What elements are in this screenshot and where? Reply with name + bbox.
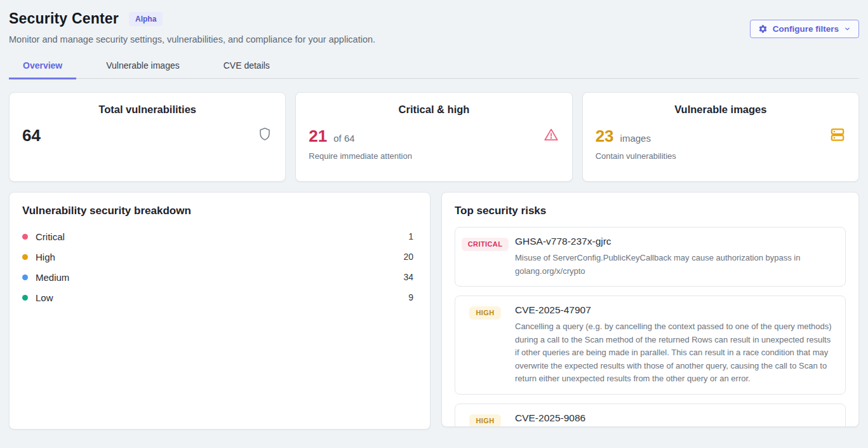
gear-icon: [758, 24, 768, 34]
stat-value: 64: [22, 126, 41, 145]
severity-badge: CRITICAL: [462, 238, 509, 251]
breakdown-value: 20: [403, 252, 417, 262]
tab-bar: Overview Vulnerable images CVE details: [9, 55, 859, 79]
risk-item-cve-2025-47907[interactable]: HIGH CVE-2025-47907 Cancelling a query (…: [455, 295, 846, 395]
panel-title: Top security risks: [455, 205, 846, 217]
stat-card-critical-high: Critical & high 21 of 64 Require immedia…: [295, 92, 572, 182]
breakdown-row-critical: Critical 1: [22, 226, 417, 247]
top-security-risks-panel: Top security risks CRITICAL GHSA-v778-23…: [441, 192, 859, 427]
alpha-badge: Alpha: [129, 12, 163, 26]
shield-icon: [257, 126, 272, 144]
security-center-page: Security Center Alpha Configure filters …: [0, 0, 868, 430]
risk-item-cve-2025-9086[interactable]: HIGH CVE-2025-9086: [455, 404, 846, 427]
risk-id: GHSA-v778-237x-gjrc: [515, 236, 836, 247]
breakdown-label: High: [36, 252, 55, 262]
breakdown-row-high: High 20: [22, 247, 417, 267]
breakdown-value: 34: [403, 272, 417, 282]
page-subtitle: Monitor and manage security settings, vu…: [9, 34, 859, 44]
risk-id: CVE-2025-47907: [515, 304, 836, 316]
stat-caption: Contain vulnerabilities: [596, 151, 846, 161]
severity-badge: HIGH: [469, 306, 500, 320]
stat-value: 21: [309, 127, 327, 146]
stat-title: Total vulnerabilities: [22, 104, 272, 116]
page-title: Security Center: [9, 10, 119, 27]
stat-title: Critical & high: [309, 104, 559, 116]
stat-card-vulnerable-images: Vulnerable images 23 images Contain vuln…: [582, 92, 859, 182]
high-dot-icon: [22, 254, 28, 260]
breakdown-value: 1: [408, 231, 417, 241]
breakdown-label: Critical: [36, 231, 65, 242]
breakdown-label: Medium: [36, 272, 69, 283]
severity-badge: HIGH: [469, 414, 500, 427]
tab-cve-details[interactable]: CVE details: [210, 55, 284, 79]
tab-overview[interactable]: Overview: [9, 55, 76, 79]
stats-row: Total vulnerabilities 64 Critical & high…: [9, 92, 859, 182]
page-header: Security Center Alpha Configure filters …: [9, 10, 859, 44]
stat-title: Vulnerable images: [596, 104, 846, 116]
tab-vulnerable-images[interactable]: Vulnerable images: [92, 55, 193, 79]
configure-filters-button[interactable]: Configure filters: [750, 20, 859, 38]
chevron-down-icon: [844, 25, 851, 32]
risk-description: Misuse of ServerConfig.PublicKeyCallback…: [515, 252, 836, 278]
low-dot-icon: [22, 295, 28, 301]
panel-title: Vulnerability security breakdown: [22, 205, 417, 217]
stat-caption: Require immediate attention: [309, 151, 559, 161]
critical-dot-icon: [22, 234, 28, 240]
stat-suffix: of 64: [333, 133, 354, 144]
risk-item-ghsa-v778-237x-gjrc[interactable]: CRITICAL GHSA-v778-237x-gjrc Misuse of S…: [455, 227, 846, 287]
panels-row: Vulnerability security breakdown Critica…: [9, 192, 859, 430]
server-icon: [829, 126, 846, 146]
warning-icon: [543, 126, 559, 146]
breakdown-label: Low: [36, 292, 53, 303]
breakdown-row-low: Low 9: [22, 287, 417, 308]
stat-suffix: images: [620, 133, 651, 144]
breakdown-value: 9: [408, 292, 417, 302]
risk-id: CVE-2025-9086: [515, 412, 585, 424]
risk-description: Cancelling a query (e.g. by cancelling t…: [515, 320, 836, 386]
configure-filters-label: Configure filters: [773, 24, 839, 34]
breakdown-row-medium: Medium 34: [22, 267, 417, 287]
vulnerability-breakdown-panel: Vulnerability security breakdown Critica…: [9, 192, 431, 430]
stat-card-total-vulnerabilities: Total vulnerabilities 64: [9, 92, 286, 182]
stat-value: 23: [596, 127, 614, 146]
medium-dot-icon: [22, 275, 28, 280]
